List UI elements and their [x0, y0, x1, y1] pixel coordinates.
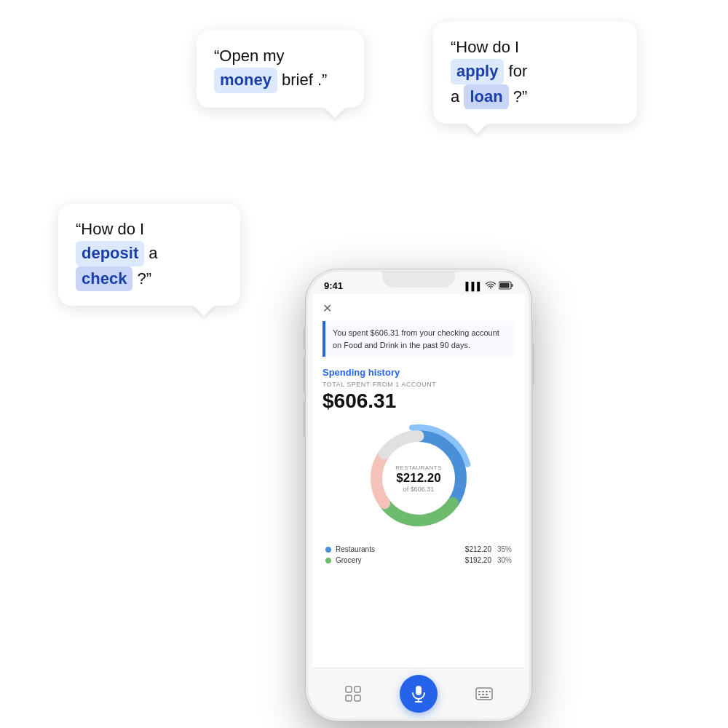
- donut-chart: RESTAURANTS $212.20 of $606.31: [360, 420, 477, 537]
- total-amount: $606.31: [323, 389, 515, 413]
- legend-pct-restaurants: 35%: [497, 545, 512, 553]
- phone-frame: 9:41 ▌▌▌: [306, 269, 531, 721]
- legend-pct-grocery: 30%: [497, 556, 512, 564]
- speech-bubble-apply-loan: “How do I apply for a loan ?”: [433, 22, 637, 124]
- donut-sub: of $606.31: [395, 486, 441, 493]
- status-icons: ▌▌▌: [466, 281, 513, 291]
- keyword-apply: apply: [451, 59, 504, 84]
- svg-rect-23: [486, 694, 488, 695]
- bubble-text: “Open my money brief .”: [214, 47, 327, 89]
- bubble-text: “How do I apply for a loan ?”: [451, 38, 527, 106]
- mute-button: [303, 328, 306, 349]
- signal-icon: ▌▌▌: [466, 282, 483, 290]
- legend-amount-grocery: $192.20: [465, 556, 491, 564]
- volume-up-button: [303, 357, 306, 393]
- phone-screen: 9:41 ▌▌▌: [308, 272, 529, 719]
- svg-rect-17: [478, 691, 480, 692]
- speech-bubble-open-money: “Open my money brief .”: [197, 31, 364, 108]
- wifi-icon: [486, 281, 496, 291]
- legend-dot-restaurants: [325, 547, 331, 553]
- info-text: You spent $606.31 from your checking acc…: [333, 328, 499, 349]
- volume-down-button: [303, 400, 306, 437]
- microphone-button[interactable]: [400, 675, 438, 713]
- phone-notch: [382, 272, 455, 288]
- bubble-text: “How do I deposit a check ?”: [76, 220, 158, 288]
- svg-rect-2: [512, 284, 513, 287]
- svg-rect-9: [346, 687, 352, 692]
- phone-mockup: 9:41 ▌▌▌: [306, 269, 531, 721]
- power-button: [531, 342, 534, 386]
- bottom-bar: [312, 668, 525, 719]
- legend-name-restaurants: Restaurants: [336, 545, 465, 553]
- svg-rect-22: [482, 694, 484, 695]
- screen-content: ✕ You spent $606.31 from your checking a…: [312, 294, 525, 676]
- donut-center: RESTAURANTS $212.20 of $606.31: [395, 464, 441, 493]
- keyword-check: check: [76, 266, 132, 292]
- svg-rect-19: [486, 691, 488, 692]
- svg-rect-10: [355, 687, 360, 692]
- status-time: 9:41: [324, 280, 343, 291]
- legend-name-grocery: Grocery: [336, 556, 465, 564]
- keyword-loan: loan: [464, 84, 508, 110]
- keyboard-icon[interactable]: [472, 682, 496, 705]
- svg-rect-21: [478, 694, 480, 695]
- svg-rect-13: [416, 686, 422, 695]
- legend-dot-grocery: [325, 558, 331, 563]
- svg-rect-11: [346, 695, 352, 701]
- legend-row-restaurants: Restaurants $212.20 35%: [323, 545, 515, 553]
- svg-rect-12: [355, 695, 360, 701]
- keyword-deposit: deposit: [76, 241, 144, 266]
- svg-rect-20: [489, 691, 491, 692]
- donut-label: RESTAURANTS: [395, 464, 441, 471]
- grid-icon[interactable]: [341, 682, 365, 705]
- info-card: You spent $606.31 from your checking acc…: [323, 321, 515, 357]
- donut-amount: $212.20: [395, 471, 441, 486]
- legend-amount-restaurants: $212.20: [465, 545, 491, 553]
- speech-bubble-deposit-check: “How do I deposit a check ?”: [58, 204, 240, 306]
- svg-rect-18: [482, 691, 484, 692]
- legend-row-grocery: Grocery $192.20 30%: [323, 556, 515, 564]
- svg-rect-24: [480, 697, 489, 698]
- battery-icon: [499, 281, 513, 291]
- section-title: Spending history: [323, 367, 515, 378]
- keyword-money: money: [214, 68, 277, 93]
- meta-label: TOTAL SPENT FROM 1 ACCOUNT: [323, 381, 515, 388]
- close-button[interactable]: ✕: [323, 301, 515, 315]
- svg-rect-1: [500, 282, 510, 288]
